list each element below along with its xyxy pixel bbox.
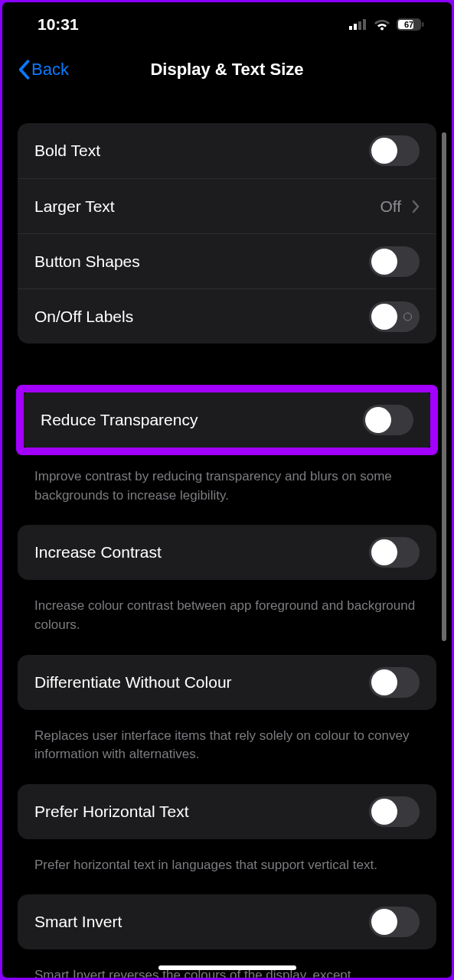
svg-rect-3 (363, 19, 366, 30)
row-label: Increase Contrast (34, 543, 162, 562)
back-label: Back (31, 60, 69, 80)
chevron-left-icon (18, 60, 30, 80)
chevron-right-icon (412, 200, 420, 213)
settings-group-differentiate: Differentiate Without Colour (18, 655, 436, 710)
row-smart-invert[interactable]: Smart Invert (18, 894, 436, 949)
row-label: Larger Text (34, 197, 115, 216)
row-value: Off (380, 197, 401, 216)
svg-rect-7 (422, 22, 424, 27)
settings-group-smart-invert: Smart Invert (18, 894, 436, 949)
row-differentiate[interactable]: Differentiate Without Colour (18, 655, 436, 710)
settings-group-horizontal: Prefer Horizontal Text (18, 784, 436, 839)
battery-icon: 67 (397, 18, 424, 31)
row-increase-contrast[interactable]: Increase Contrast (18, 525, 436, 580)
row-onoff-labels[interactable]: On/Off Labels (18, 288, 436, 343)
highlight-reduce-transparency: Reduce Transparency (16, 385, 438, 455)
back-button[interactable]: Back (18, 60, 69, 80)
row-button-shapes[interactable]: Button Shapes (18, 233, 436, 288)
row-label: Button Shapes (34, 252, 140, 271)
toggle-increase-contrast[interactable] (369, 537, 420, 568)
wifi-icon (374, 18, 390, 31)
toggle-smart-invert[interactable] (369, 907, 420, 937)
toggle-bold-text[interactable] (369, 135, 420, 166)
settings-scroll[interactable]: Bold Text Larger Text Off Button Shapes … (2, 93, 452, 978)
svg-rect-1 (354, 24, 357, 30)
row-label: Smart Invert (34, 913, 122, 931)
page-title: Display & Text Size (2, 60, 452, 80)
home-indicator[interactable] (158, 965, 296, 970)
row-larger-text[interactable]: Larger Text Off (18, 178, 436, 233)
scrollbar[interactable] (442, 132, 446, 641)
row-label: On/Off Labels (34, 308, 133, 326)
svg-text:67: 67 (404, 20, 413, 29)
svg-point-4 (381, 28, 384, 31)
toggle-differentiate[interactable] (369, 667, 420, 698)
settings-group-contrast: Increase Contrast (18, 525, 436, 580)
footer-differentiate: Replaces user interface items that rely … (18, 719, 436, 784)
row-label: Bold Text (34, 142, 100, 160)
footer-increase-contrast: Increase colour contrast between app for… (18, 589, 436, 654)
footer-reduce-transparency: Improve contrast by reducing transparenc… (18, 460, 436, 525)
cellular-signal-icon (349, 19, 367, 30)
settings-group-text: Bold Text Larger Text Off Button Shapes … (18, 123, 436, 343)
svg-rect-2 (358, 21, 361, 30)
row-label: Prefer Horizontal Text (34, 803, 189, 821)
nav-bar: Back Display & Text Size (2, 47, 452, 93)
toggle-onoff-labels[interactable] (369, 301, 420, 332)
row-label: Reduce Transparency (41, 411, 198, 429)
row-prefer-horizontal[interactable]: Prefer Horizontal Text (18, 784, 436, 839)
row-bold-text[interactable]: Bold Text (18, 123, 436, 178)
toggle-button-shapes[interactable] (369, 246, 420, 277)
svg-rect-0 (349, 26, 352, 30)
toggle-reduce-transparency[interactable] (363, 405, 413, 435)
toggle-prefer-horizontal[interactable] (369, 796, 420, 827)
status-time: 10:31 (38, 15, 79, 34)
footer-prefer-horizontal: Prefer horizontal text in languages that… (18, 848, 436, 895)
row-reduce-transparency[interactable]: Reduce Transparency (24, 392, 430, 448)
row-label: Differentiate Without Colour (34, 673, 232, 692)
status-bar: 10:31 67 (2, 2, 452, 47)
